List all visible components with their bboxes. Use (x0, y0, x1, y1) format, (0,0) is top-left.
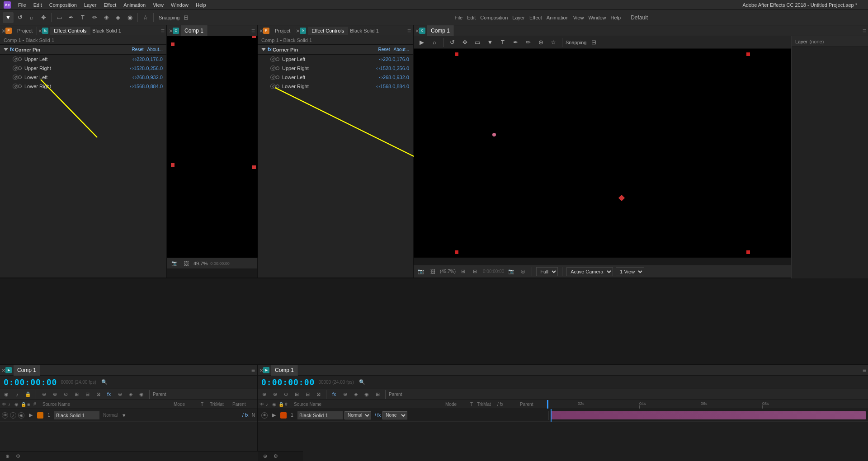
rv-rect[interactable]: ▭ (472, 37, 483, 48)
tl-right-c4[interactable]: ⊞ (292, 390, 301, 399)
reset-btn-right[interactable]: Reset (378, 47, 390, 52)
select-tool[interactable]: ▼ (3, 12, 14, 23)
tl-left-props5[interactable]: ⊟ (83, 390, 92, 399)
tl-right-c9[interactable]: ◉ (362, 390, 371, 399)
stopwatch-ur-left[interactable]: ⏱ (13, 66, 18, 71)
rv-quality[interactable]: Full (536, 267, 558, 276)
layer-name-left[interactable]: Black Solid 1 (54, 411, 99, 419)
tl-left-close[interactable] (2, 368, 5, 372)
stopwatch-lr-right[interactable]: ⏱ (270, 84, 276, 89)
effect-group-cornerpin-left[interactable]: fx Corner Pin Reset About... (0, 45, 166, 55)
ec-close[interactable] (38, 29, 42, 33)
rv-zoom[interactable]: ⌕ (429, 37, 440, 48)
about-btn-left[interactable]: About... (147, 47, 163, 52)
tl-right-c2[interactable]: ⊗ (270, 390, 279, 399)
val-ur-left[interactable]: 1528.0,256.0 (134, 66, 163, 71)
tl-left-props9[interactable]: ◉ (137, 390, 146, 399)
menu-view-r[interactable]: View (573, 15, 584, 20)
tl-right-comptab[interactable]: Comp 1 (271, 365, 298, 376)
layer-name-right[interactable]: Black Solid 1 (297, 411, 343, 419)
comp-small-zoom[interactable]: 49.7% (193, 261, 208, 266)
tl-left-foot-new[interactable]: ⊕ (3, 452, 12, 461)
rect-tool[interactable]: ▭ (54, 12, 65, 23)
tl-left-props8[interactable]: ◈ (126, 390, 135, 399)
val-lr-left[interactable]: 1568.0,884.0 (134, 84, 163, 89)
menu-layer[interactable]: Layer (80, 1, 100, 9)
rv-play[interactable]: ▶ (416, 37, 427, 48)
rv-view[interactable]: 1 View (616, 267, 644, 276)
menu-view[interactable]: View (149, 1, 167, 9)
tl-right-c10[interactable]: ⊞ (373, 390, 382, 399)
effect-group-cornerpin-right[interactable]: fx Corner Pin Reset About... (258, 45, 413, 55)
tl-right-fx[interactable]: fx (330, 390, 339, 399)
layer-play-right[interactable]: ▶ (269, 411, 278, 420)
rv-brush[interactable]: ✏ (523, 37, 533, 48)
comp-small-tab[interactable]: Comp 1 (181, 25, 208, 36)
tl-right-foot-new[interactable]: ⊕ (260, 452, 269, 461)
val-ll-left[interactable]: 268.0,932.0 (137, 75, 163, 80)
stopwatch-ll-left[interactable]: ⏱ (13, 75, 18, 80)
menu-help-r[interactable]: Help (611, 15, 621, 20)
layer-vis-right[interactable]: 👁 (261, 412, 268, 419)
tl-right-c8[interactable]: ◈ (351, 390, 360, 399)
stopwatch-ul-right[interactable]: ⏱ (270, 56, 276, 62)
rv-undo[interactable]: ↺ (447, 37, 458, 48)
rv-comp-tab[interactable]: Comp 1 (427, 25, 454, 36)
reset-btn-left[interactable]: Reset (132, 47, 143, 52)
rv-active-camera[interactable]: Active Camera (566, 267, 613, 276)
arrows-ll-right[interactable]: ⇔ (379, 75, 383, 80)
comp-small-show-snapshot[interactable]: 🖼 (182, 259, 191, 268)
tl-left-foot-settings[interactable]: ⚙ (14, 452, 23, 461)
snapping-btn[interactable]: ⊟ (181, 12, 192, 23)
stopwatch-ur-right[interactable]: ⏱ (270, 66, 276, 71)
pan-tool[interactable]: ✥ (38, 12, 49, 23)
right-ec-close2[interactable] (296, 29, 300, 33)
layer-mode-right[interactable]: Normal (344, 411, 371, 419)
rv-puppet[interactable]: ☆ (548, 37, 559, 48)
rv-zoom-fit[interactable]: ⊞ (458, 267, 467, 276)
track-bar-right[interactable] (551, 411, 866, 419)
rv-hand[interactable]: ✥ (459, 37, 470, 48)
val-ul-left[interactable]: 220.0,176.0 (137, 56, 163, 62)
tl-right-c3[interactable]: ⊙ (281, 390, 290, 399)
rv-close[interactable] (415, 29, 419, 33)
clone-tool[interactable]: ⊕ (101, 12, 112, 23)
paint-tool[interactable]: ✏ (89, 12, 100, 23)
menu-file-r[interactable]: File (455, 15, 463, 20)
tl-left-props7[interactable]: ⊕ (115, 390, 124, 399)
tl-left-fx[interactable]: fx (104, 390, 113, 399)
tab-project-left[interactable]: Project (14, 27, 37, 35)
pen-tool[interactable]: ✒ (66, 12, 76, 23)
val-ur-right[interactable]: 1528.0,256.0 (380, 66, 409, 71)
tl-left-solo[interactable]: ◉ (2, 390, 11, 399)
rv-camera[interactable]: 📷 (507, 267, 516, 276)
eraser-tool[interactable]: ◈ (113, 12, 123, 23)
tab-effect-controls-left[interactable]: Effect Controls (50, 27, 90, 35)
arrows-lr-right[interactable]: ⇔ (376, 84, 380, 89)
left-panel-menu[interactable]: ≡ (161, 27, 165, 34)
tl-right-foot-settings[interactable]: ⚙ (271, 452, 280, 461)
rv-text[interactable]: T (497, 37, 508, 48)
stopwatch-ll-right[interactable]: ⏱ (270, 75, 276, 80)
rv-live[interactable]: ◎ (519, 267, 528, 276)
menu-file[interactable]: File (14, 1, 30, 9)
menu-window[interactable]: Window (167, 1, 192, 9)
tl-right-close[interactable] (259, 368, 263, 372)
rv-pen[interactable]: ✒ (510, 37, 521, 48)
layer-fx-left[interactable]: / fx (241, 411, 250, 420)
menu-animation[interactable]: Animation (120, 1, 149, 9)
tl-right-search[interactable]: 🔍 (358, 378, 367, 387)
val-arrows-ll-left[interactable]: ⇔ (132, 75, 137, 80)
rv-select[interactable]: ▼ (485, 37, 495, 48)
tl-left-menu[interactable]: ≡ (251, 367, 255, 374)
menu-window-r[interactable]: Window (588, 15, 606, 20)
stopwatch-lr-left[interactable]: ⏱ (13, 84, 18, 89)
left-panel-close[interactable] (2, 29, 5, 33)
tl-left-audio[interactable]: ♪ (13, 390, 22, 399)
tl-left-search[interactable]: 🔍 (100, 378, 109, 387)
tl-left-props6[interactable]: ⊠ (94, 390, 103, 399)
tl-left-timecode[interactable]: 0:00:00:00 (4, 377, 57, 387)
about-btn-right[interactable]: About... (394, 47, 409, 52)
tab-ec-right[interactable]: Effect Controls (308, 27, 348, 35)
val-lr-right[interactable]: 1568.0,884.0 (380, 84, 409, 89)
